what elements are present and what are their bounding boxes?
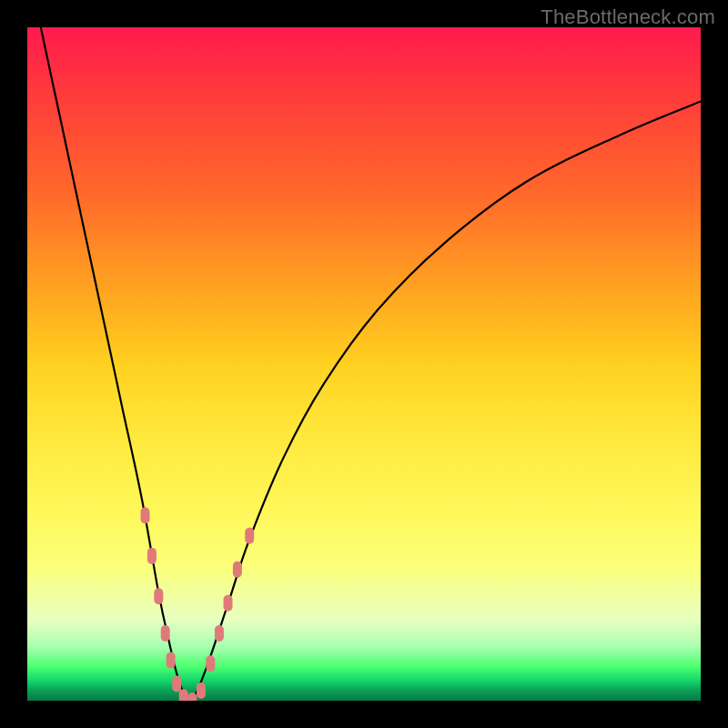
highlight-dot [224, 595, 233, 612]
plot-area [27, 27, 701, 701]
highlight-dot [154, 588, 163, 604]
bottleneck-curve [41, 27, 701, 701]
highlight-dot [161, 625, 170, 642]
highlight-dot [197, 682, 206, 699]
highlight-dot [147, 548, 157, 564]
chart-frame: TheBottleneck.com [0, 0, 728, 728]
highlight-dot [215, 625, 224, 642]
highlight-dot [141, 508, 150, 524]
watermark-text: TheBottleneck.com [541, 5, 715, 29]
highlight-dot [172, 676, 181, 693]
highlight-dot [179, 689, 188, 701]
highlight-dot [233, 561, 242, 578]
highlight-dot [245, 528, 254, 544]
highlight-dots [141, 508, 255, 702]
highlight-dot [167, 652, 176, 669]
curve-layer [27, 27, 701, 701]
highlight-dot [206, 655, 215, 672]
